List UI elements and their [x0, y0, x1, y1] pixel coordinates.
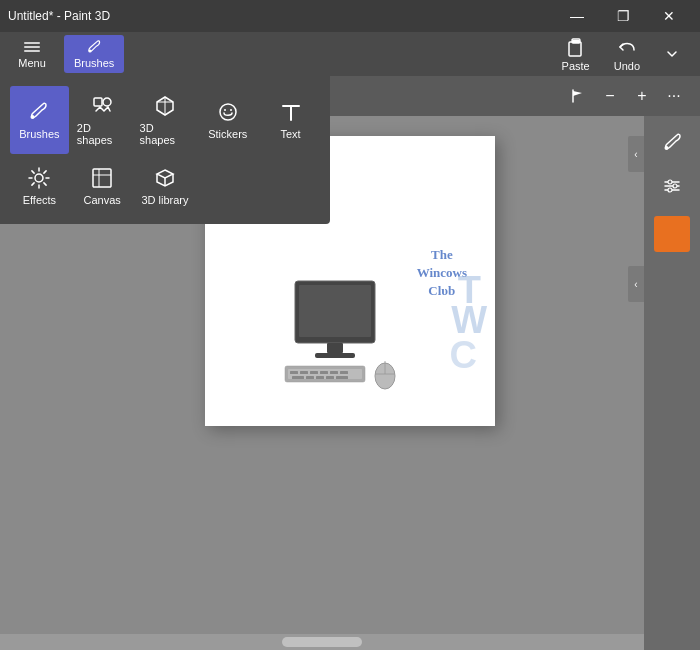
brush-tool-button[interactable] — [654, 124, 690, 160]
svg-point-10 — [220, 104, 236, 120]
ribbon: Menu Brushes Paste — [0, 32, 700, 76]
svg-rect-33 — [330, 371, 338, 374]
panel-brushes-label: Brushes — [19, 128, 59, 140]
svg-rect-30 — [300, 371, 308, 374]
adjust-settings-button[interactable] — [654, 168, 690, 204]
svg-rect-8 — [94, 98, 102, 106]
svg-point-9 — [103, 98, 111, 106]
panel-effects-label: Effects — [23, 194, 56, 206]
title-bar: Untitled* - Paint 3D — ❐ ✕ — [0, 0, 700, 32]
title-bar-controls[interactable]: — ❐ ✕ — [554, 0, 692, 32]
minimize-button[interactable]: — — [554, 0, 600, 32]
zoom-in-icon: + — [637, 87, 646, 105]
panel-item-effects[interactable]: Effects — [10, 158, 69, 214]
svg-point-45 — [668, 180, 672, 184]
svg-rect-31 — [310, 371, 318, 374]
zoom-out-button[interactable]: − — [596, 82, 624, 110]
svg-point-12 — [230, 109, 232, 111]
panel-item-canvas[interactable]: Canvas — [73, 158, 132, 214]
undo-button[interactable]: Undo — [606, 32, 648, 76]
undo-label: Undo — [614, 60, 640, 72]
panel-3dshapes-label: 3D shapes — [140, 122, 191, 146]
panel-item-2dshapes[interactable]: 2D shapes — [73, 86, 132, 154]
collapse-right-panel-mid[interactable]: ‹ — [628, 266, 644, 302]
maximize-button[interactable]: ❐ — [600, 0, 646, 32]
paste-label: Paste — [562, 60, 590, 72]
svg-point-11 — [224, 109, 226, 111]
panel-canvas-label: Canvas — [84, 194, 121, 206]
svg-point-47 — [668, 188, 672, 192]
svg-rect-37 — [316, 376, 324, 379]
svg-rect-2 — [24, 50, 40, 52]
title-bar-left: Untitled* - Paint 3D — [8, 9, 110, 23]
svg-rect-14 — [93, 169, 111, 187]
paste-button[interactable]: Paste — [554, 32, 598, 76]
panel-2dshapes-label: 2D shapes — [77, 122, 128, 146]
chevron-down-button[interactable] — [656, 42, 688, 66]
svg-point-46 — [673, 184, 677, 188]
color-swatch[interactable] — [654, 216, 690, 252]
svg-rect-36 — [306, 376, 314, 379]
ribbon-right: Paste Undo — [554, 32, 696, 76]
app-title: Untitled* - Paint 3D — [8, 9, 110, 23]
more-options-icon: ··· — [667, 87, 680, 105]
ribbon-top: Menu Brushes Paste — [0, 32, 700, 76]
svg-rect-24 — [299, 285, 371, 337]
menu-button[interactable]: Menu — [4, 35, 60, 73]
computer-illustration — [265, 276, 425, 396]
svg-rect-29 — [290, 371, 298, 374]
tools-dropdown-panel: Brushes 2D shapes 3D shapes Stickers — [0, 76, 330, 224]
panel-3dlibrary-label: 3D library — [141, 194, 188, 206]
svg-rect-35 — [292, 376, 304, 379]
zoom-in-button[interactable]: + — [628, 82, 656, 110]
svg-rect-1 — [24, 46, 40, 48]
close-button[interactable]: ✕ — [646, 0, 692, 32]
panel-item-stickers[interactable]: Stickers — [198, 86, 257, 154]
svg-point-13 — [35, 174, 43, 182]
menu-label: Menu — [18, 57, 46, 69]
horizontal-scrollbar[interactable] — [0, 634, 644, 650]
svg-rect-39 — [336, 376, 348, 379]
more-options-button[interactable]: ··· — [660, 82, 688, 110]
panel-text-label: Text — [280, 128, 300, 140]
zoom-out-icon: − — [605, 87, 614, 105]
scrollbar-thumb[interactable] — [282, 637, 362, 647]
svg-rect-0 — [24, 42, 40, 44]
svg-point-3 — [89, 49, 92, 52]
collapse-right-panel-top[interactable]: ‹ — [628, 136, 644, 172]
side-panel — [644, 116, 700, 650]
svg-rect-32 — [320, 371, 328, 374]
svg-rect-4 — [569, 42, 581, 56]
svg-rect-38 — [326, 376, 334, 379]
canvas-watermark-3: C — [450, 336, 477, 374]
svg-point-7 — [31, 115, 35, 119]
panel-item-brushes[interactable]: Brushes — [10, 86, 69, 154]
canvas-toolbar-right: − + ··· — [564, 82, 688, 110]
brushes-label: Brushes — [74, 57, 114, 69]
panel-item-3dlibrary[interactable]: 3D library — [136, 158, 195, 214]
panel-item-text[interactable]: Text — [261, 86, 320, 154]
svg-rect-6 — [572, 40, 580, 43]
panel-item-3dshapes[interactable]: 3D shapes — [136, 86, 195, 154]
svg-rect-25 — [327, 343, 343, 353]
svg-rect-34 — [340, 371, 348, 374]
panel-stickers-label: Stickers — [208, 128, 247, 140]
svg-rect-26 — [315, 353, 355, 358]
svg-point-41 — [665, 146, 669, 150]
flag-button[interactable] — [564, 82, 592, 110]
brushes-button[interactable]: Brushes — [64, 35, 124, 73]
